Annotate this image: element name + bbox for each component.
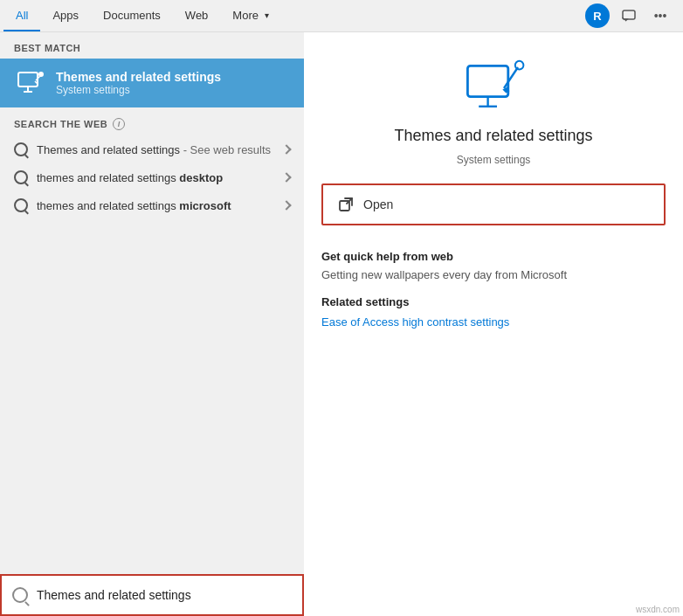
search-icon-3: [14, 198, 28, 212]
svg-line-10: [504, 67, 518, 88]
tab-documents-label: Documents: [103, 9, 161, 22]
best-match-title: Themes and related settings: [56, 70, 221, 84]
tab-documents[interactable]: Documents: [91, 0, 173, 31]
tab-more-label: More: [232, 9, 259, 22]
search-web-label: Search the web i: [0, 107, 304, 135]
search-magnifier-icon: [12, 587, 28, 603]
right-panel: Themes and related settings System setti…: [304, 32, 683, 574]
app-large-icon: [462, 59, 525, 118]
open-button-container[interactable]: Open: [321, 183, 666, 225]
web-result-item-3[interactable]: themes and related settings microsoft: [0, 191, 304, 219]
open-icon: [337, 196, 355, 213]
tab-all-label: All: [16, 9, 28, 22]
tab-web-label: Web: [185, 9, 209, 22]
web-result-item-1[interactable]: Themes and related settings - See web re…: [0, 135, 304, 163]
best-match-label: Best match: [0, 32, 304, 59]
web-result-item-2[interactable]: themes and related settings desktop: [0, 163, 304, 191]
tab-web[interactable]: Web: [173, 0, 221, 31]
app-subtitle: System settings: [457, 154, 531, 166]
chevron-right-icon-3: [281, 200, 291, 210]
top-navigation: All Apps Documents Web More ▾ R •••: [0, 0, 683, 32]
web-result-text-1: Themes and related settings - See web re…: [37, 143, 274, 156]
tab-apps[interactable]: Apps: [40, 0, 91, 31]
svg-rect-7: [467, 66, 507, 96]
svg-rect-1: [18, 73, 38, 87]
related-settings-title: Related settings: [321, 295, 666, 308]
nav-right-controls: R •••: [585, 0, 680, 31]
best-match-text: Themes and related settings System setti…: [56, 70, 221, 96]
search-input[interactable]: [37, 588, 292, 602]
svg-point-11: [515, 61, 524, 70]
svg-rect-0: [623, 10, 635, 19]
watermark: wsxdn.com: [636, 605, 680, 614]
quick-help-section: Get quick help from web Getting new wall…: [304, 239, 683, 281]
search-bar: [0, 574, 304, 616]
app-title: Themes and related settings: [394, 127, 592, 145]
app-icon-area: Themes and related settings System setti…: [304, 32, 683, 183]
tab-apps-label: Apps: [52, 9, 79, 22]
tab-more[interactable]: More ▾: [220, 0, 281, 31]
chat-icon-button[interactable]: [617, 3, 641, 28]
open-button[interactable]: Open: [323, 185, 664, 224]
more-options-button[interactable]: •••: [648, 3, 673, 28]
chevron-down-icon: ▾: [265, 10, 269, 20]
related-settings-link[interactable]: Ease of Access high contrast settings: [321, 315, 509, 329]
best-match-subtitle: System settings: [56, 84, 221, 96]
web-result-text-3: themes and related settings microsoft: [37, 199, 274, 212]
chevron-right-icon-2: [281, 172, 291, 182]
user-avatar[interactable]: R: [585, 3, 610, 28]
left-panel: Best match Themes and related settings S…: [0, 32, 304, 574]
quick-help-title: Get quick help from web: [321, 250, 666, 263]
main-container: Best match Themes and related settings S…: [0, 32, 683, 574]
quick-help-text: Getting new wallpapers every day from Mi…: [321, 268, 666, 281]
svg-point-5: [38, 72, 44, 77]
tab-all[interactable]: All: [3, 0, 40, 31]
search-icon-2: [14, 170, 28, 184]
info-icon[interactable]: i: [113, 118, 125, 130]
web-result-text-2: themes and related settings desktop: [37, 171, 274, 184]
themes-icon: [14, 67, 45, 99]
search-icon-1: [14, 142, 28, 156]
chevron-right-icon-1: [281, 144, 291, 154]
best-match-item[interactable]: Themes and related settings System setti…: [0, 59, 304, 107]
related-settings-section: Related settings Ease of Access high con…: [304, 281, 683, 329]
open-label: Open: [363, 197, 393, 211]
